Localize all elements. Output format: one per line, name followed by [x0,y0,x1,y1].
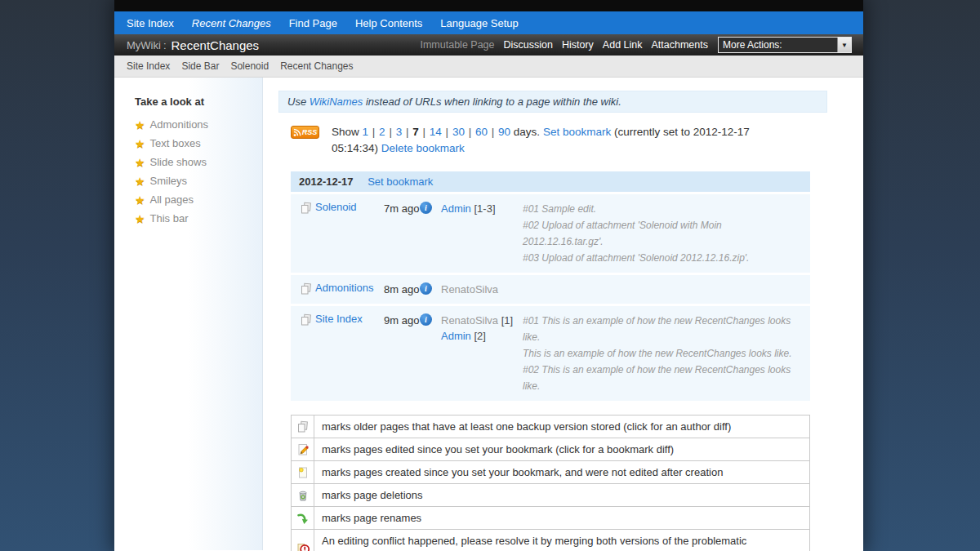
more-actions-select[interactable]: More Actions: ▼ [718,37,852,53]
nav-recent-changes[interactable]: Recent Changes [183,17,280,29]
title-bar: MyWiki : RecentChanges Immutable Page Di… [114,34,863,56]
crumb-side-bar[interactable]: Side Bar [181,60,219,72]
star-icon: ★ [135,118,145,131]
comment-line: #02 Upload of attachment 'Solenoid with … [523,217,804,250]
sidebar-item-admonitions[interactable]: ★ Admonitions [135,115,262,134]
pages-icon [292,415,314,438]
comment-line: #01 This is an example of how the new Re… [523,313,804,345]
dropdown-arrow-icon[interactable]: ▼ [837,38,851,52]
content-area: Take a look at ★ Admonitions ★ Text boxe… [114,78,863,550]
main-navbar: Site Index Recent Changes Find Page Help… [114,11,863,34]
sidebar-item-label[interactable]: Slide shows [150,156,207,168]
page-name: Solenoid [315,201,384,266]
wikinames-link[interactable]: WikiNames [310,96,363,108]
show-14-days-link[interactable]: 14 [430,126,442,138]
show-60-days-link[interactable]: 60 [475,126,488,138]
set-bookmark-link[interactable]: Set bookmark [543,126,611,138]
crumb-site-index[interactable]: Site Index [127,60,170,72]
legend-row: An editing conflict happened, please res… [292,530,810,551]
set-bookmark-link[interactable]: Set bookmark [368,176,433,188]
nav-help-contents[interactable]: Help Contents [346,17,431,29]
tip-message: Use WikiNames instead of URLs when linki… [278,91,827,113]
comment-line: #01 Sample edit. [523,201,804,217]
change-time: 7m ago [384,201,420,266]
more-actions-label: More Actions: [719,39,837,51]
sidebar-item-text-boxes[interactable]: ★ Text boxes [135,134,262,153]
sidebar-item-label[interactable]: Text boxes [150,137,201,149]
sidebar-item-smileys[interactable]: ★ Smileys [135,171,262,190]
author-line: RenatoSilva [1] [441,313,523,328]
star-icon: ★ [135,212,145,225]
comments-cell [523,282,804,297]
author-link[interactable]: Admin [441,202,471,215]
show-1-day-link[interactable]: 1 [363,126,369,138]
pages-icon[interactable] [297,282,315,297]
action-add-link[interactable]: Add Link [603,39,643,51]
info-icon[interactable]: i [420,282,432,295]
trash-icon [292,484,314,507]
author-link[interactable]: Admin [441,330,471,342]
action-history[interactable]: History [562,39,594,51]
page-link[interactable]: Site Index [315,313,363,325]
breadcrumb: Site Index Side Bar Solenoid Recent Chan… [114,56,863,78]
legend-text: marks older pages that have at least one… [314,415,810,438]
pages-icon[interactable] [297,201,315,266]
legend-text: marks pages edited since you set your bo… [314,438,810,461]
nav-language-setup[interactable]: Language Setup [431,17,527,29]
change-row-solenoid: Solenoid 7m ago i Admin [1-3] #01 Sample… [291,194,810,273]
conflict-icon [292,530,314,551]
show-90-days-link[interactable]: 90 [498,126,510,138]
action-attachments[interactable]: Attachments [652,39,708,51]
crumb-solenoid[interactable]: Solenoid [230,60,269,72]
sidebar-item-this-bar[interactable]: ★ This bar [135,209,262,228]
rss-icon[interactable]: RSS [291,126,319,139]
title-separator: : [163,39,167,51]
changes-date-header: 2012-12-17 Set bookmark [291,171,810,192]
show-2-days-link[interactable]: 2 [379,126,385,138]
sidebar-item-label[interactable]: This bar [150,212,189,224]
tip-suffix: instead of URLs when linking to a page w… [363,96,621,108]
sidebar-item-label[interactable]: Smileys [150,175,188,187]
rename-icon [292,507,314,530]
nav-site-index[interactable]: Site Index [118,17,183,29]
page-link[interactable]: Admonitions [315,282,374,294]
pages-icon[interactable] [297,313,315,394]
show-7-days-current: 7 [412,126,419,138]
revision-ref: [1] [501,314,513,327]
rss-show-line: RSS Show 1 | 2 | 3 | 7 | 14 | 30 | 60 | … [291,124,831,157]
page-title: RecentChanges [172,38,260,52]
new-page-icon [292,461,314,484]
tip-prefix: Use [287,96,310,108]
main-column: Use WikiNames instead of URLs when linki… [278,78,831,551]
info-cell: i [420,201,441,266]
info-icon[interactable]: i [420,313,432,326]
nav-find-page[interactable]: Find Page [280,17,346,29]
legend-text: marks page renames [314,507,810,530]
page-link[interactable]: Solenoid [315,201,357,213]
legend-row: marks page deletions [292,484,810,507]
info-icon[interactable]: i [420,202,432,214]
action-discussion[interactable]: Discussion [504,39,553,51]
author-name: RenatoSilva [441,283,498,295]
show-word: Show [332,126,359,138]
show-3-days-link[interactable]: 3 [396,126,403,138]
change-time: 9m ago [384,313,420,394]
sidebar-item-label[interactable]: All pages [150,193,194,206]
sidebar-item-slide-shows[interactable]: ★ Slide shows [135,153,262,171]
pipe-separator: | [388,126,393,138]
delete-bookmark-link[interactable]: Delete bookmark [381,142,465,154]
star-icon: ★ [135,137,145,150]
pipe-separator: | [491,126,496,138]
wiki-name[interactable]: MyWiki [127,39,161,51]
comment-line: #03 Upload of attachment 'Solenoid 2012.… [523,250,804,266]
show-30-days-link[interactable]: 30 [452,126,465,138]
revision-ref: [1-3] [474,202,495,215]
crumb-recent-changes[interactable]: Recent Changes [280,60,353,72]
changes-table: 2012-12-17 Set bookmark Solenoid 7m ago … [291,171,810,401]
sidebar-heading: Take a look at [135,96,262,108]
rss-label: RSS [302,128,318,136]
wiki-page: Site Index Recent Changes Find Page Help… [114,0,863,551]
sidebar-item-all-pages[interactable]: ★ All pages [135,190,262,209]
sidebar-item-label[interactable]: Admonitions [150,118,209,131]
change-row-admonitions: Admonitions 8m ago i RenatoSilva [291,275,810,304]
